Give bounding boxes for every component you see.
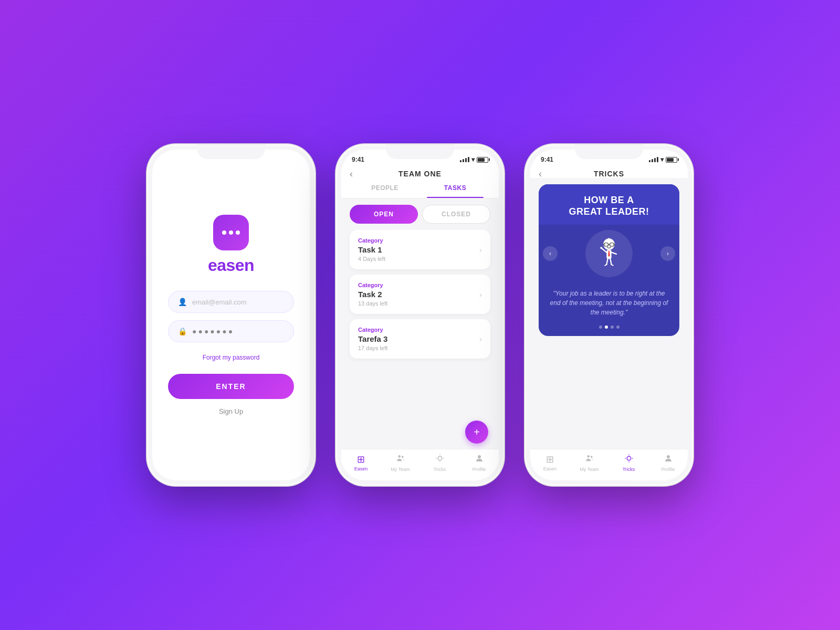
task-name-3: Tarefa 3 — [358, 334, 387, 343]
team-icon — [585, 454, 594, 466]
closed-toggle[interactable]: CLOSED — [422, 205, 490, 224]
nav-easen-label: Easen — [354, 466, 368, 471]
forgot-password-link[interactable]: Forgot my password — [203, 354, 260, 361]
status-time: 9:41 — [352, 156, 364, 163]
nav-profile[interactable]: Profile — [459, 454, 499, 472]
svg-point-12 — [600, 247, 602, 249]
task-category-3: Category — [358, 327, 387, 333]
logo-dot-2 — [229, 230, 233, 235]
email-field[interactable]: 👤 email@email.com — [168, 291, 294, 313]
signal-icon — [649, 157, 658, 162]
card-dot-2[interactable] — [605, 326, 608, 329]
login-content: easen 👤 email@email.com 🔒 ●●●●●●● Forgot… — [152, 150, 310, 480]
task-info-1: Category Task 1 4 Days left — [358, 237, 385, 262]
add-task-fab[interactable]: + — [465, 421, 488, 444]
nav-profile-label: Profile — [472, 467, 486, 472]
tricks-card: HOW BE AGREAT LEADER! ‹ — [539, 184, 679, 336]
svg-point-19 — [590, 456, 592, 458]
task-days-1: 4 Days left — [358, 256, 385, 262]
tab-tasks[interactable]: TASKS — [420, 178, 490, 198]
nav-myteam[interactable]: My Team — [570, 454, 609, 472]
profile-icon — [664, 454, 673, 466]
page-title: TRICKS — [539, 170, 679, 178]
spacer — [530, 342, 688, 449]
open-toggle[interactable]: OPEN — [350, 205, 418, 224]
add-icon: + — [474, 426, 480, 438]
nav-easen-label: Easen — [543, 466, 557, 471]
chevron-right-icon: › — [479, 335, 482, 343]
card-dot-3[interactable] — [611, 326, 614, 329]
task-days-2: 13 days left — [358, 300, 387, 307]
bottom-nav: ⊞ Easen My Team Tricks — [530, 449, 688, 480]
tricks-screen: 9:41 ▾ ‹ TRICKS — [530, 150, 688, 480]
team-icon — [396, 454, 405, 466]
mascot-area: ‹ — [539, 225, 679, 282]
tricks-quote: "Your job as a leader is to be right at … — [539, 282, 679, 326]
phone-team: 9:41 ▾ ‹ TEAM ONE PEOPLE — [336, 144, 504, 486]
nav-profile[interactable]: Profile — [648, 454, 688, 472]
svg-line-17 — [612, 265, 613, 266]
svg-point-2 — [438, 456, 442, 460]
svg-point-1 — [401, 456, 403, 458]
nav-easen[interactable]: ⊞ Easen — [530, 454, 570, 472]
card-dot-1[interactable] — [599, 326, 602, 329]
phone-login: easen 👤 email@email.com 🔒 ●●●●●●● Forgot… — [147, 144, 315, 486]
app-name: easen — [208, 256, 254, 275]
notch — [197, 144, 265, 159]
task-name-2: Task 2 — [358, 290, 387, 299]
nav-profile-label: Profile — [662, 467, 675, 472]
login-screen: easen 👤 email@email.com 🔒 ●●●●●●● Forgot… — [152, 150, 310, 480]
card-dots — [539, 326, 679, 336]
phone-tricks: 9:41 ▾ ‹ TRICKS — [525, 144, 693, 486]
nav-tricks[interactable]: Tricks — [420, 454, 459, 472]
status-icons: ▾ — [460, 156, 488, 163]
nav-myteam[interactable]: My Team — [381, 454, 420, 472]
card-dot-4[interactable] — [616, 326, 620, 329]
enter-button[interactable]: ENTER — [168, 374, 294, 399]
task-card-3[interactable]: Category Tarefa 3 17 days left › — [350, 319, 490, 359]
logo-dots — [222, 230, 240, 235]
app-logo — [213, 215, 249, 250]
nav-tricks-label: Tricks — [623, 467, 635, 472]
easen-icon: ⊞ — [546, 454, 554, 465]
user-icon: 👤 — [178, 298, 187, 306]
task-name-1: Task 1 — [358, 245, 385, 254]
nav-header: ‹ TEAM ONE — [341, 165, 499, 178]
task-category-2: Category — [358, 282, 387, 288]
tab-people[interactable]: PEOPLE — [350, 178, 420, 198]
signal-icon — [460, 157, 469, 162]
task-card-2[interactable]: Category Task 2 13 days left › — [350, 275, 490, 314]
toggle-row: OPEN CLOSED — [341, 198, 499, 230]
svg-point-20 — [627, 456, 631, 460]
nav-myteam-label: My Team — [391, 467, 410, 472]
password-dots: ●●●●●●● — [192, 327, 234, 335]
svg-point-0 — [398, 455, 401, 458]
card-prev-button[interactable]: ‹ — [543, 246, 558, 261]
mascot-illustration — [591, 235, 627, 272]
nav-header: ‹ TRICKS — [530, 165, 688, 178]
mascot-circle — [585, 230, 633, 277]
logo-dot-1 — [222, 230, 226, 235]
svg-line-15 — [610, 259, 611, 265]
logo-dot-3 — [236, 230, 240, 235]
email-placeholder: email@email.com — [192, 298, 247, 306]
task-card-1[interactable]: Category Task 1 4 Days left › — [350, 230, 490, 269]
team-content: OPEN CLOSED Category Task 1 4 Days left … — [341, 198, 499, 480]
tricks-content: HOW BE AGREAT LEADER! ‹ — [530, 178, 688, 480]
easen-icon: ⊞ — [357, 454, 365, 465]
svg-point-3 — [478, 455, 481, 458]
password-field[interactable]: 🔒 ●●●●●●● — [168, 320, 294, 342]
svg-line-16 — [605, 265, 606, 266]
task-info-3: Category Tarefa 3 17 days left — [358, 327, 387, 351]
nav-easen[interactable]: ⊞ Easen — [341, 454, 381, 472]
nav-tricks[interactable]: Tricks — [609, 454, 648, 472]
card-next-button[interactable]: › — [660, 246, 675, 261]
task-category-1: Category — [358, 237, 385, 244]
wifi-icon: ▾ — [660, 156, 664, 163]
sign-up-link[interactable]: Sign Up — [219, 407, 243, 415]
svg-line-14 — [606, 259, 607, 265]
chevron-right-icon: › — [479, 246, 482, 254]
status-icons: ▾ — [649, 156, 677, 163]
battery-icon — [666, 157, 677, 163]
profile-icon — [475, 454, 484, 466]
